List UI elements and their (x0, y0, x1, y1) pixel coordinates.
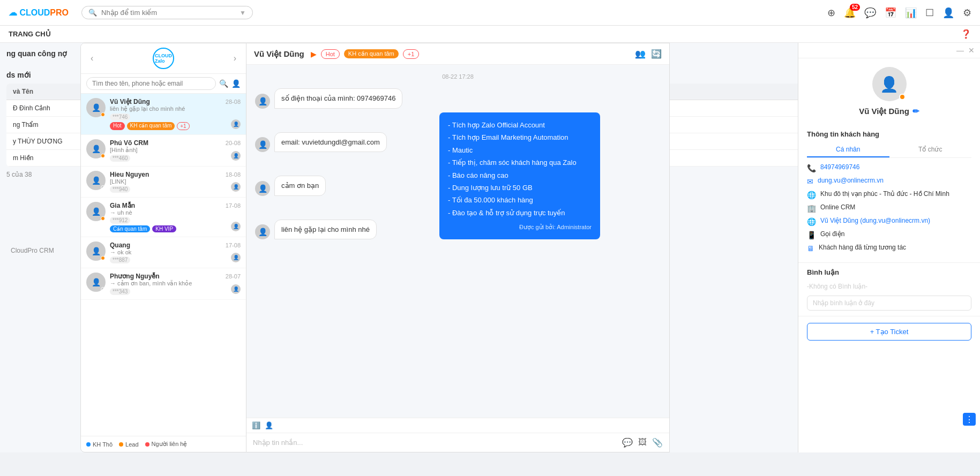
contact-search-icon[interactable]: 🔍 (219, 79, 228, 88)
image-icon[interactable]: 🖼 (638, 437, 647, 448)
create-ticket-button[interactable]: + Tạo Ticket (807, 323, 971, 341)
settings-icon[interactable]: ⚙ (963, 7, 971, 19)
chart-icon[interactable]: 📊 (905, 7, 917, 19)
contact-item[interactable]: 👤 Phương Nguyễn 28-07 → cảm ơn ban, mình… (81, 268, 246, 300)
next-arrow[interactable]: › (229, 51, 241, 65)
call-icon: 📱 (807, 231, 816, 239)
bubble-text: liên hệ gặp lại cho mình nhé (274, 220, 377, 240)
navbar: ☁ CLOUD PRO 🔍 ▼ ⊕ 🔔 52 💬 📅 📊 ☐ 👤 ⚙ (0, 0, 980, 26)
edit-icon[interactable]: ✏ (912, 107, 919, 116)
comment-input-display[interactable]: Nhập bình luận ở đây (807, 296, 971, 311)
tab-ca-nhan[interactable]: Cá nhân (807, 142, 889, 157)
contact-preview: liên hệ gặp lại cho mình nhé (110, 105, 196, 112)
contact-info: Quang 17-08 → ok ok ***887 (110, 241, 241, 263)
team-icon[interactable]: 👥 (635, 49, 646, 59)
legend-dot-orange (119, 442, 123, 447)
info-location-row: 🌐 Khu đô thị vạn phúc - Thủ đức - Hồ Chí… (807, 190, 971, 199)
contact-agent: 👤 (231, 151, 241, 161)
contact-info: Phương Nguyễn 28-07 → cảm ơn ban, mình v… (110, 273, 241, 295)
info-section-details: Thông tin khách hàng Cá nhân Tổ chức 📞 8… (798, 125, 980, 263)
status-dot (101, 154, 105, 158)
tag-plus-header[interactable]: +1 (403, 49, 420, 59)
breadcrumb-home[interactable]: TRANG CHỦ (9, 30, 51, 38)
contact-search-bar: 🔍 👤 (81, 74, 246, 94)
contact-time: 20-08 (226, 140, 241, 146)
contact-item[interactable]: 👤 Quang 17-08 → ok ok ***887 👤 (81, 237, 246, 268)
contact-info: Vũ Việt Dũng 28-08 liên hệ gặp lại cho m… (110, 98, 241, 130)
bubble-avatar: 👤 (255, 181, 270, 196)
prev-arrow[interactable]: ‹ (86, 51, 98, 65)
tag-hot: Hot (110, 122, 125, 130)
info-email-row: ✉ dung.vu@onlinecrm.vn (807, 177, 971, 186)
info-contact-name: Vũ Việt Dũng (859, 107, 909, 116)
tag-kh-header[interactable]: KH cần quan tâm (344, 49, 399, 58)
tag-can-quan-tam: Cần quan tâm (110, 225, 150, 232)
status-dot (101, 256, 105, 260)
contact-name: Quang (110, 241, 130, 249)
search-input[interactable] (101, 9, 240, 17)
notification-count: 52 (850, 4, 860, 11)
refresh-icon[interactable]: 🔄 (651, 49, 662, 59)
contact-name: Vũ Việt Dũng (110, 98, 150, 105)
legend-dot-red (145, 442, 149, 447)
contact-time: 28-08 (226, 99, 241, 105)
contact-name: Hieu Nguyen (110, 171, 149, 178)
tab-to-chuc[interactable]: Tổ chức (889, 142, 972, 157)
info-details: 📞 84974969746 ✉ dung.vu@onlinecrm.vn 🌐 K… (807, 163, 971, 253)
info-contact-link[interactable]: Vũ Việt Dũng (dung.vu@onlinecrm.vn) (820, 217, 930, 224)
contact-avatar: 👤 (86, 171, 106, 190)
tag-popup-content: - Tích hợp Zalo Official Account - Tích … (448, 119, 592, 219)
contact-search-input[interactable] (86, 77, 216, 90)
contact-num: ***912 (110, 217, 130, 224)
help-icon[interactable]: ❓ (961, 29, 971, 39)
attach-icon[interactable]: 📎 (652, 437, 663, 448)
tag-plus: +1 (177, 122, 189, 130)
bubble-text: cảm ơn bạn (274, 176, 326, 196)
interact-icon: 🖥 (807, 244, 814, 253)
info-phone[interactable]: 84974969746 (820, 163, 859, 171)
chat-input[interactable] (253, 439, 618, 447)
inbox-icon[interactable]: ☐ (925, 7, 934, 19)
chat-icon[interactable]: 💬 (864, 7, 876, 19)
more-options-button[interactable]: ⋮ (963, 413, 976, 426)
contact-item[interactable]: 👤 Hieu Nguyen 18-08 [LINK] ***940 👤 (81, 167, 246, 198)
user-icon[interactable]: 👤 (942, 7, 954, 19)
contact-avatar: 👤 (86, 98, 106, 117)
tag-hot-header[interactable]: Hot (321, 49, 340, 59)
global-search[interactable]: 🔍 ▼ (81, 6, 253, 19)
contact-agent: 👤 (231, 222, 241, 231)
bell-icon[interactable]: 🔔 52 (844, 7, 856, 19)
info-comment-section: Bình luận -Không có Bình luận- Nhập bình… (798, 263, 980, 316)
message-timestamp: 08-22 17:28 (255, 73, 661, 80)
legend-dot-blue (86, 442, 91, 447)
info-call-label[interactable]: Gọi điện (820, 230, 844, 238)
legend-label-nguoi-lien-he: Người liên hệ (152, 441, 188, 448)
info-contact-link-row: 🌐 Vũ Việt Dũng (dung.vu@onlinecrm.vn) (807, 217, 971, 226)
contact-num: ***940 (110, 186, 130, 193)
contact-item[interactable]: 👤 Gia Mẫn 17-08 → uh nè ***912 Cần quan … (81, 198, 246, 237)
calendar-icon[interactable]: 📅 (885, 7, 896, 19)
contact-add-icon[interactable]: 👤 (231, 79, 241, 88)
chat-header-icons: 👥 🔄 (635, 49, 662, 59)
person-icon[interactable]: 👤 (265, 421, 273, 429)
info-comment-title: Bình luận (807, 268, 971, 276)
close-icon[interactable]: ✕ (968, 46, 975, 55)
contact-item[interactable]: 👤 Vũ Việt Dũng 28-08 liên hệ gặp lại cho… (81, 94, 246, 135)
info-icon[interactable]: ℹ️ (252, 421, 260, 429)
search-icon: 🔍 (88, 9, 97, 17)
tag-popup: - Tích hợp Zalo Official Account - Tích … (439, 112, 600, 239)
minimize-icon[interactable]: — (956, 46, 964, 55)
contact-list-header: ‹ CLOUDZalo › (81, 43, 246, 74)
contact-preview: [Hình ảnh] (110, 147, 196, 154)
breadcrumb: TRANG CHỦ (9, 30, 51, 38)
info-email[interactable]: dung.vu@onlinecrm.vn (818, 177, 884, 184)
contact-num: ***887 (110, 256, 130, 263)
emoji-icon[interactable]: 💬 (622, 437, 633, 448)
contact-item[interactable]: 👤 Phú Võ CRM 20-08 [Hình ảnh] ***460 👤 (81, 135, 246, 167)
add-icon[interactable]: ⊕ (827, 7, 835, 19)
chat-header: Vũ Việt Dũng ▶ Hot KH cần quan tâm +1 👥 … (246, 43, 669, 65)
contact-time: 28-07 (226, 273, 241, 279)
online-dot (899, 94, 906, 100)
info-interact-row: 🖥 Khách hàng đã từng tương tác (807, 244, 971, 253)
tag-arrow-icon: ▶ (311, 50, 317, 58)
